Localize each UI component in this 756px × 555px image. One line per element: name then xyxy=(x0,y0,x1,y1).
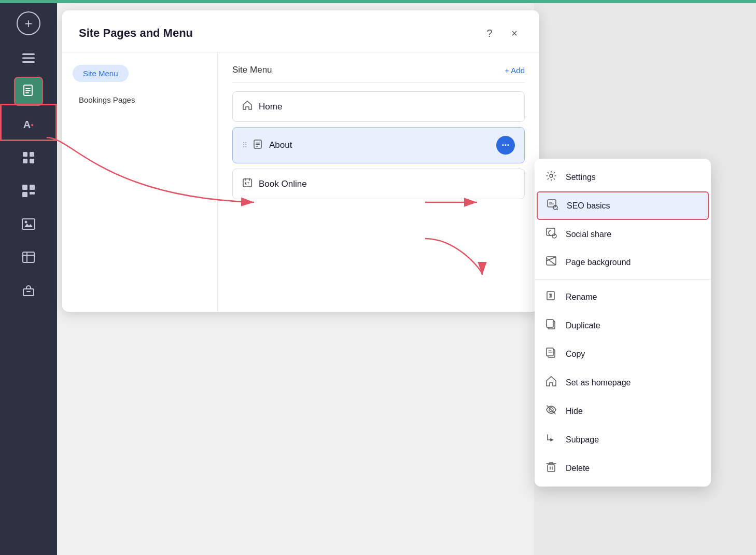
menu-label-settings: Settings xyxy=(566,173,596,182)
svg-rect-21 xyxy=(23,289,34,296)
rename-icon xyxy=(545,290,557,304)
delete-icon xyxy=(545,461,557,475)
page-item-book-label: Book Online xyxy=(259,179,515,189)
sidebar-icon-apps[interactable] xyxy=(14,143,43,172)
svg-rect-31 xyxy=(549,202,552,203)
social-share-icon xyxy=(545,227,557,241)
page-item-home[interactable]: Home xyxy=(232,91,525,122)
menu-item-duplicate[interactable]: Duplicate xyxy=(535,311,711,340)
svg-rect-26 xyxy=(256,146,258,147)
divider-1 xyxy=(535,279,711,280)
page-background-icon xyxy=(545,256,557,269)
page-item-book-online[interactable]: 17 Book Online xyxy=(232,169,525,199)
menu-item-hide[interactable]: Hide xyxy=(535,397,711,425)
hide-icon xyxy=(545,404,557,418)
svg-rect-7 xyxy=(23,152,27,157)
svg-rect-9 xyxy=(23,159,27,163)
menu-item-settings[interactable]: Settings xyxy=(535,163,711,191)
dialog-title: Site Pages and Menu xyxy=(79,26,193,40)
menu-label-delete: Delete xyxy=(566,464,590,473)
svg-line-30 xyxy=(557,209,558,210)
svg-rect-6 xyxy=(25,92,29,93)
settings-icon xyxy=(545,170,557,184)
menu-label-page-background: Page background xyxy=(566,258,631,267)
svg-rect-22 xyxy=(26,291,31,292)
menu-label-seo: SEO basics xyxy=(567,201,610,211)
panel-header: Site Menu + Add xyxy=(232,65,525,83)
svg-rect-25 xyxy=(256,144,260,145)
svg-rect-16 xyxy=(22,219,35,229)
svg-rect-10 xyxy=(30,159,34,163)
svg-rect-40 xyxy=(547,320,553,327)
seo-icon xyxy=(546,199,558,213)
calendar-icon: 17 xyxy=(242,177,253,190)
sidebar-icon-text[interactable]: A● xyxy=(14,110,43,139)
svg-text:17: 17 xyxy=(245,181,249,186)
home-icon xyxy=(242,100,253,113)
svg-rect-20 xyxy=(26,252,27,262)
svg-rect-4 xyxy=(25,88,31,89)
duplicate-icon xyxy=(545,318,557,332)
help-button[interactable]: ? xyxy=(481,25,498,41)
sidebar-icon-store[interactable] xyxy=(14,276,43,305)
dialog-header-actions: ? × xyxy=(481,25,523,41)
menu-label-set-homepage: Set as homepage xyxy=(566,378,631,387)
sidebar-icon-widgets[interactable] xyxy=(14,176,43,205)
menu-label-hide: Hide xyxy=(566,407,583,416)
page-icon-about xyxy=(253,139,263,152)
svg-rect-5 xyxy=(25,90,31,91)
svg-rect-0 xyxy=(22,53,35,55)
menu-item-delete[interactable]: Delete xyxy=(535,454,711,482)
svg-rect-19 xyxy=(23,255,34,256)
svg-rect-38 xyxy=(547,292,554,300)
panel-title: Site Menu xyxy=(232,65,272,75)
dialog-site-pages: Site Pages and Menu ? × Site Menu Bookin… xyxy=(62,10,539,312)
svg-rect-11 xyxy=(22,185,27,190)
menu-label-duplicate: Duplicate xyxy=(566,321,600,330)
svg-rect-12 xyxy=(30,185,35,190)
svg-rect-14 xyxy=(30,192,32,195)
copy-icon xyxy=(545,347,557,361)
svg-rect-18 xyxy=(23,252,34,262)
svg-line-36 xyxy=(547,258,556,265)
sidebar: + A● xyxy=(0,3,57,555)
dialog-body: Site Menu Bookings Pages Site Menu + Add… xyxy=(62,52,539,312)
menu-item-set-homepage[interactable]: Set as homepage xyxy=(535,368,711,397)
subpage-icon xyxy=(545,433,557,447)
sidebar-icon-menu[interactable] xyxy=(14,44,43,73)
svg-rect-32 xyxy=(549,204,554,205)
menu-item-seo[interactable]: SEO basics xyxy=(537,191,709,220)
page-item-about[interactable]: ⠿ About ··· xyxy=(232,127,525,163)
svg-rect-2 xyxy=(22,61,35,63)
context-menu: Settings SEO xyxy=(535,159,711,487)
menu-label-subpage: Subpage xyxy=(566,435,599,445)
menu-label-rename: Rename xyxy=(566,293,597,302)
close-button[interactable]: × xyxy=(506,25,523,41)
menu-item-social-share[interactable]: Social share xyxy=(535,220,711,248)
svg-point-34 xyxy=(552,234,556,238)
sidebar-icon-add[interactable]: + xyxy=(17,11,40,35)
homepage-icon xyxy=(545,376,557,390)
dialog-left-panel: Site Menu Bookings Pages xyxy=(62,52,218,312)
nav-item-bookings[interactable]: Bookings Pages xyxy=(73,90,207,109)
add-button[interactable]: + Add xyxy=(505,66,525,75)
drag-handle-about: ⠿ xyxy=(242,141,247,149)
svg-point-27 xyxy=(550,174,553,177)
menu-item-subpage[interactable]: Subpage xyxy=(535,425,711,454)
svg-rect-8 xyxy=(30,152,34,157)
svg-rect-13 xyxy=(22,192,27,197)
sidebar-icon-pages[interactable] xyxy=(14,77,43,106)
nav-item-site-menu[interactable]: Site Menu xyxy=(73,65,129,82)
menu-item-rename[interactable]: Rename xyxy=(535,283,711,311)
more-options-button[interactable]: ··· xyxy=(496,136,515,155)
svg-rect-15 xyxy=(32,192,35,195)
svg-rect-1 xyxy=(22,58,35,59)
sidebar-icon-table[interactable] xyxy=(14,243,43,272)
menu-item-copy[interactable]: Copy xyxy=(535,340,711,368)
svg-point-17 xyxy=(25,221,27,224)
menu-item-page-background[interactable]: Page background xyxy=(535,248,711,276)
sidebar-icon-media[interactable] xyxy=(14,210,43,239)
page-item-home-label: Home xyxy=(259,102,515,112)
dialog-right-panel: Site Menu + Add Home ⠿ xyxy=(218,52,539,312)
svg-line-37 xyxy=(547,257,556,261)
